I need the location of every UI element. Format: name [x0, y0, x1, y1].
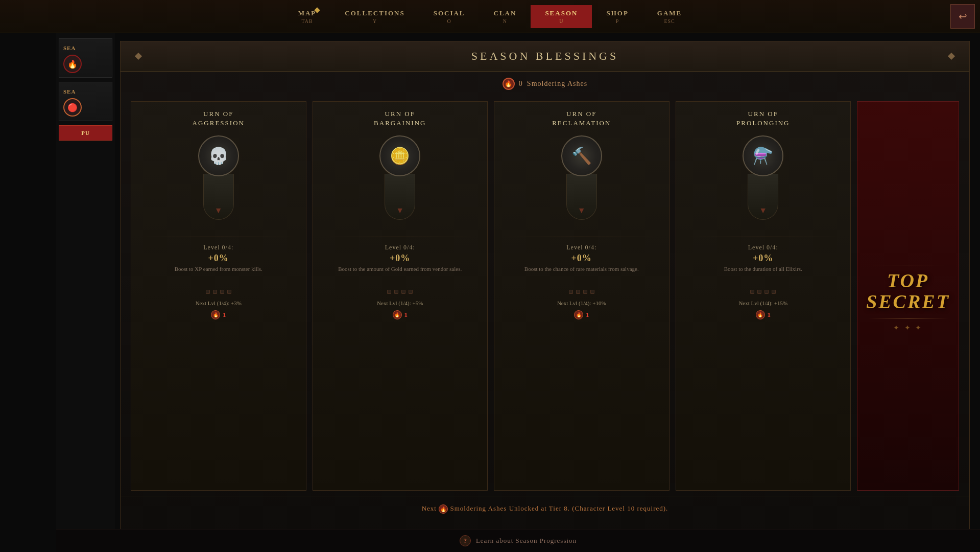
blessing-prolonging-next: Next Lvl (1/4): +15%	[738, 300, 787, 306]
dot-2	[757, 290, 761, 294]
blessing-bargaining-title-line2: BARGAINING	[374, 119, 426, 128]
top-secret-card[interactable]: TOP SECRET ✦ ✦ ✦	[857, 101, 959, 491]
urn-ornament-4: ▼	[759, 206, 767, 215]
nav-season-label: SEASON	[545, 9, 578, 17]
ashes-label: Smoldering Ashes	[527, 80, 587, 88]
sidebar: SEA 🔥 SEA 🔴 PU	[56, 33, 115, 552]
urn-aggression-icon-area: 💀 ▼	[193, 135, 244, 227]
top-secret-text: TOP SECRET	[866, 270, 950, 313]
sidebar-label-1: SEA	[63, 88, 76, 95]
blessing-reclamation-cost[interactable]: 🔥 1	[574, 310, 589, 319]
main-content: SEA 🔥 SEA 🔴 PU SEASON BLESSINGS 🔥 0 S	[56, 33, 980, 552]
blessing-reclamation-level: 0/4	[585, 244, 594, 251]
urn-divider-4	[682, 237, 845, 237]
dot-1	[387, 290, 391, 294]
nav-game-hotkey: ESC	[664, 18, 675, 24]
footer-suffix: Smoldering Ashes Unlocked at Tier 8. (Ch…	[450, 504, 668, 512]
nav-game[interactable]: GAME ESC	[643, 5, 696, 28]
urn-aggression-circle: 💀	[198, 135, 239, 176]
urn-reclamation-icon-area: 🔨 ▼	[556, 135, 607, 227]
urn-prolonging-icon-area: ⚗️ ▼	[737, 135, 788, 227]
help-text[interactable]: Learn about Season Progression	[476, 537, 577, 545]
top-secret-line-bottom	[868, 318, 948, 318]
blessing-prolonging-level-info: Level 0/4: +0% Boost to the duration of …	[682, 244, 845, 286]
dot-2	[394, 290, 398, 294]
blessing-prolonging[interactable]: URN OF PROLONGING ⚗️ ▼	[676, 101, 851, 491]
blessing-bargaining[interactable]: URN OF BARGAINING 🪙 ▼	[313, 101, 488, 491]
nav-social[interactable]: SOCIAL O	[419, 5, 480, 28]
dot-4	[409, 290, 413, 294]
urn-reclamation-circle: 🔨	[561, 135, 602, 176]
footer-ashes-inline: 🔥	[439, 504, 448, 514]
blessing-aggression[interactable]: URN OF AGGRESSION 💀 ▼	[131, 101, 306, 491]
sidebar-item-0[interactable]: SEA 🔥	[59, 38, 112, 78]
nav-clan-hotkey: N	[503, 18, 507, 24]
blessing-reclamation-title-line1: URN OF	[552, 109, 611, 119]
nav-clan-label: CLAN	[494, 9, 517, 17]
blessing-reclamation[interactable]: URN OF RECLAMATION 🔨 ▼	[494, 101, 670, 491]
ashes-icon: 🔥	[503, 78, 515, 90]
blessing-prolonging-title: URN OF PROLONGING	[736, 109, 790, 128]
top-secret-line-top	[868, 265, 948, 265]
blessing-reclamation-next: Next Lvl (1/4): +10%	[557, 300, 606, 306]
dot-4	[772, 290, 776, 294]
urn-bargaining-body: ▼	[385, 174, 415, 220]
footer-ashes-icon: 🔥	[439, 504, 448, 514]
nav-season[interactable]: SEASON U	[531, 5, 592, 28]
back-button[interactable]: ↩	[950, 4, 975, 29]
progress-dots-4	[750, 290, 776, 294]
urn-ornament-3: ▼	[578, 206, 586, 215]
nav-map[interactable]: MAP TAB	[284, 5, 331, 28]
panel-title: SEASON BLESSINGS	[141, 50, 949, 63]
sidebar-label-0: SEA	[63, 45, 76, 51]
help-bar: ? Learn about Season Progression	[56, 529, 980, 552]
cost-num-4: 1	[768, 311, 771, 319]
urn-prolonging-body: ▼	[748, 174, 778, 220]
urn-divider	[137, 237, 300, 237]
nav-collections[interactable]: COLLECTIONS Y	[330, 5, 419, 28]
blessing-bargaining-bonus: +0%	[319, 253, 482, 264]
sidebar-item-1[interactable]: SEA 🔴	[59, 82, 112, 121]
cost-num-3: 1	[586, 311, 589, 319]
blessing-reclamation-progress	[500, 290, 663, 294]
blessing-prolonging-progress	[682, 290, 845, 294]
blessing-reclamation-title-line2: RECLAMATION	[552, 119, 611, 128]
ashes-counter: 🔥 0 Smoldering Ashes	[121, 72, 969, 96]
progress-dots	[206, 290, 231, 294]
nav-map-hotkey: TAB	[301, 18, 313, 24]
back-icon: ↩	[959, 10, 967, 22]
blessing-aggression-title-line1: URN OF	[193, 109, 245, 119]
blessing-aggression-level: 0/4	[222, 244, 231, 251]
panel-body: 🔥 0 Smoldering Ashes URN OF AGGRESSION	[121, 72, 969, 544]
blessing-bargaining-next: Next Lvl (1/4): +5%	[377, 300, 423, 306]
blessing-bargaining-title-line1: URN OF	[374, 109, 426, 119]
urn-reclamation-body: ▼	[566, 174, 597, 220]
nav-collections-hotkey: Y	[373, 18, 377, 24]
nav-season-hotkey: U	[559, 18, 563, 24]
dot-3	[401, 290, 405, 294]
blessing-aggression-progress	[137, 290, 300, 294]
blessing-bargaining-level: 0/4	[403, 244, 413, 251]
nav-clan[interactable]: CLAN N	[480, 5, 531, 28]
top-secret-line2: SECRET	[866, 291, 950, 313]
blessing-bargaining-title: URN OF BARGAINING	[374, 109, 426, 128]
panel-header: SEASON BLESSINGS	[121, 41, 969, 72]
sidebar-button[interactable]: PU	[59, 125, 112, 141]
dot-3	[583, 290, 587, 294]
blessing-prolonging-cost[interactable]: 🔥 1	[756, 310, 771, 319]
urn-aggression-body: ▼	[203, 174, 234, 220]
cost-num-2: 1	[404, 311, 408, 319]
nav-social-label: SOCIAL	[434, 9, 465, 17]
blessing-bargaining-progress	[319, 290, 482, 294]
blessing-aggression-next: Next Lvl (1/4): +3%	[196, 300, 242, 306]
dot-4	[227, 290, 231, 294]
blessing-reclamation-level-info: Level 0/4: +0% Boost to the chance of ra…	[500, 244, 663, 286]
urn-ornament: ▼	[214, 206, 223, 215]
dot-4	[590, 290, 594, 294]
blessing-reclamation-level-text: Level 0/4:	[500, 244, 663, 251]
help-icon-symbol: ?	[464, 537, 467, 545]
blessing-bargaining-cost[interactable]: 🔥 1	[393, 310, 408, 319]
cost-icon: 🔥	[211, 310, 220, 319]
blessing-aggression-cost[interactable]: 🔥 1	[211, 310, 226, 319]
nav-shop[interactable]: SHOP P	[592, 5, 642, 28]
